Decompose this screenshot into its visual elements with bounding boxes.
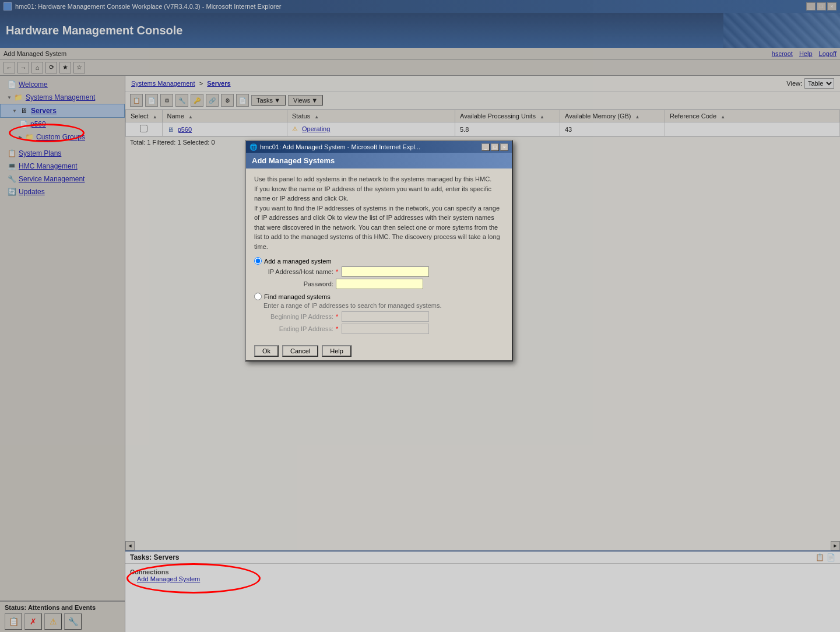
modal-restore-btn[interactable]: □: [491, 143, 499, 151]
modal-title-bar: 🌐 hmc01: Add Managed System - Microsoft …: [246, 141, 512, 153]
help-button[interactable]: Help: [322, 345, 352, 357]
ip-label: IP Address/Host name:: [263, 268, 333, 275]
ending-ip-required: *: [336, 325, 338, 332]
ip-field-row: IP Address/Host name: *: [263, 266, 504, 277]
password-input[interactable]: [336, 279, 423, 289]
beginning-ip-input[interactable]: [342, 311, 429, 322]
radio-add-input[interactable]: [254, 257, 262, 265]
ok-button[interactable]: Ok: [254, 345, 279, 357]
add-managed-system-dialog: 🌐 hmc01: Add Managed System - Microsoft …: [245, 140, 513, 361]
ending-ip-label: Ending IP Address:: [263, 325, 333, 332]
find-description: Enter a range of IP addresses to search …: [263, 302, 504, 309]
modal-title: hmc01: Add Managed System - Microsoft In…: [260, 143, 420, 150]
ip-required: *: [336, 268, 338, 275]
radio-find-system: Find managed systems: [254, 293, 504, 300]
password-field-row: Password:: [263, 279, 504, 289]
beginning-ip-label: Beginning IP Address:: [263, 313, 333, 320]
radio-find-input[interactable]: [254, 293, 262, 300]
modal-header: Add Managed Systems: [246, 153, 512, 168]
ending-ip-row: Ending IP Address: *: [263, 324, 504, 334]
password-label: Password:: [263, 280, 333, 287]
radio-add-system: Add a managed system: [254, 257, 504, 265]
modal-title-icon: 🌐: [249, 143, 258, 151]
modal-body: Use this panel to add systems in the net…: [246, 168, 512, 342]
beginning-ip-required: *: [336, 313, 338, 320]
modal-description: Use this panel to add systems in the net…: [254, 174, 504, 251]
radio-add-label: Add a managed system: [264, 258, 332, 265]
modal-close-btn[interactable]: ×: [500, 143, 508, 151]
ip-address-input[interactable]: [342, 266, 429, 277]
modal-controls: _ □ ×: [481, 143, 508, 151]
beginning-ip-row: Beginning IP Address: *: [263, 311, 504, 322]
modal-minimize-btn[interactable]: _: [481, 143, 490, 151]
ending-ip-input[interactable]: [342, 324, 429, 334]
modal-header-title: Add Managed Systems: [252, 156, 335, 165]
modal-footer: Ok Cancel Help: [246, 342, 512, 360]
cancel-button[interactable]: Cancel: [282, 345, 318, 357]
radio-find-label: Find managed systems: [264, 293, 331, 300]
